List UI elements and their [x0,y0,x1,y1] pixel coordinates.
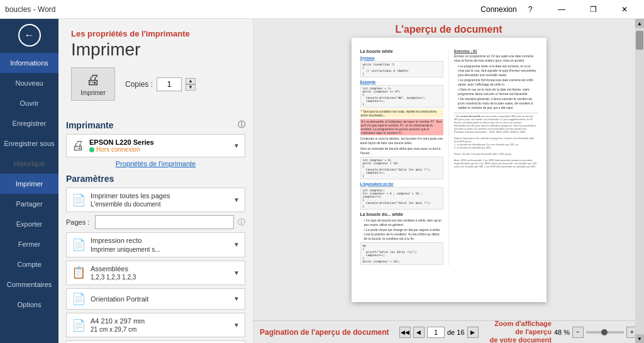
zoom-slider[interactable] [586,331,624,334]
window-controls: Connexion ? — ❐ ✕ [484,0,639,19]
sidebar-label-informations: Informations [10,59,48,67]
sidebar-item-enregistrer-sous[interactable]: Enregistrer sous [0,133,58,154]
sidebar-label-exporter: Exporter [16,220,43,228]
param-orientation-text: Orientation Portrait [91,295,228,303]
doc-columns: La boucle while Syntaxe while (condition… [360,49,538,266]
sidebar-label-compte: Compte [17,261,42,268]
sidebar-label-options: Options [18,301,42,308]
sidebar-item-commentaires[interactable]: Commentaires [0,274,58,295]
doc-left-col: La boucle while Syntaxe while (condition… [360,49,444,266]
panel-scroll-area: Imprimante ⓘ 🖨 EPSON L220 Series Hors co… [58,113,253,343]
page-prev-btn[interactable]: ◀ [413,327,425,338]
pages-label: Pages : [66,218,91,226]
document-preview-page: La boucle while Syntaxe while (condition… [352,38,547,302]
doc-ex-bullet-1: • Le programme teste si la date est corr… [454,64,538,77]
sidebar-item-ouvrir[interactable]: Ouvrir [0,93,58,113]
status-dot-icon [89,147,94,152]
param1-dropdown-arrow[interactable]: ▼ [233,196,240,203]
zoom-label: Zoom d'affichage de l'aperçude votre doc… [489,320,552,343]
print-btn-label: Imprimer [80,89,105,96]
copies-spinner: ▲ ▼ [186,78,196,91]
sidebar-item-partager[interactable]: Partager [0,194,58,214]
param-recto-text: Impression recto Imprimer uniquement s..… [91,236,228,253]
title-bar: boucles - Word Connexion ? — ❐ ✕ [0,0,644,19]
doc-exemple: Exemple [360,80,444,84]
param-pages-text: Imprimer toutes les pages L'ensemble du … [91,191,228,208]
pages-row: Pages : ⓘ [66,215,245,229]
doc-section-boucle: La boucle while [360,49,444,53]
print-title: Imprimer [71,40,240,60]
sidebar-item-nouveau[interactable]: Nouveau [0,73,58,93]
doc-text-1: Continuez si vous le désirez, les boucle… [360,137,444,145]
copies-down-btn[interactable]: ▼ [186,84,196,91]
sidebar: ← Informations Nouveau Ouvrir Enregistre… [0,19,58,343]
param-margins: 📄 Marges normales Gauche : 2,5 cm Droite… [66,340,245,343]
sidebar-label-partager: Partager [16,200,42,208]
param3-dropdown-arrow[interactable]: ▼ [233,269,240,276]
maximize-button[interactable]: ❐ [579,0,608,19]
imprimante-section-title: Imprimante ⓘ [66,120,245,130]
doc-ex-bullet-3: • Dans le cas où le mois de la date est … [454,87,538,96]
doc-bullet-2: • La seule chose qui change en fait par … [360,228,444,241]
close-button[interactable]: ✕ [610,0,639,19]
preview-content: La boucle while Syntaxe while (condition… [253,19,644,320]
page-first-btn[interactable]: ◀◀ [399,327,411,338]
pages-input[interactable] [95,215,234,229]
page-number-input[interactable] [427,327,445,338]
param-pages-range: 📄 Imprimer toutes les pages L'ensemble d… [66,188,245,212]
param-paper-text: A4 210 x 297 mm 21 cm x 29,7 cm [91,317,228,334]
sidebar-item-informations[interactable]: Informations [0,53,58,73]
doc-right-col: Exercice : 01 Écrivez un programme en C#… [448,49,538,266]
param4-dropdown-arrow[interactable]: ▼ [233,295,240,302]
sidebar-label-historique: Historique [14,160,45,167]
sidebar-item-imprimer[interactable]: Imprimer [0,174,58,194]
back-button[interactable]: ← [18,24,41,47]
zoom-minus-btn[interactable]: − [572,327,584,338]
param5-dropdown-arrow[interactable]: ▼ [233,322,240,329]
preview-scrollbar: ▲ ▼ [635,19,644,343]
recto-icon: 📄 [72,238,86,252]
app-container: ← Informations Nouveau Ouvrir Enregistre… [0,19,644,343]
doc-highlight-2: On va demander à l'utilisateur de taper … [360,119,444,135]
doc-ex-bullet-2: • Le programme finit lorsqu'une date cor… [454,78,538,87]
page-next-btn[interactable]: ▶ [467,327,479,338]
info-icon: ⓘ [238,120,245,130]
sidebar-item-enregistrer[interactable]: Enregistrer [0,113,58,133]
print-panel: Les propriétés de l'imprimante Imprimer … [58,19,253,343]
sidebar-item-compte[interactable]: Compte [0,254,58,274]
doc-code-3: int compteur = 0; while (compteur < 10) … [360,157,444,179]
sidebar-label-commentaires: Commentaires [7,281,52,288]
scroll-up-btn[interactable]: ▲ [635,19,644,28]
param2-dropdown-arrow[interactable]: ▼ [233,241,240,248]
copies-area: Copies : ▲ ▼ [125,77,196,91]
sidebar-item-fermer[interactable]: Fermer [0,234,58,254]
printer-props-link[interactable]: Propriétés de l'imprimante [66,160,245,167]
preview-bottom-bar: Pagination de l'aperçu de document ◀◀ ◀ … [253,320,644,343]
pagination-controls: ◀◀ ◀ de 16 ▶ [399,327,479,338]
connexion-button[interactable]: Connexion [484,0,513,19]
doc-exercise-desc: Écrivez un programme en C# qui saisit un… [454,54,538,63]
param-paper-size: 📄 A4 210 x 297 mm 21 cm x 29,7 cm ▼ [66,313,245,337]
minimize-button[interactable]: — [547,0,576,19]
sidebar-item-exporter[interactable]: Exporter [0,214,58,234]
param-orientation: 📄 Orientation Portrait ▼ [66,288,245,310]
back-icon: ← [25,30,35,41]
preview-area: L'aperçu de document La boucle while Syn… [253,19,644,343]
pagination-label: Pagination de l'aperçu de document [260,328,389,337]
pages-info-icon: ⓘ [238,217,245,228]
scroll-down-btn[interactable]: ▼ [635,334,644,343]
help-button[interactable]: ? [516,0,545,19]
sidebar-item-options[interactable]: Options [0,295,58,315]
param-recto: 📄 Impression recto Imprimer uniquement s… [66,232,245,257]
printer-box: 🖨 EPSON L220 Series Hors connexion ▼ [66,134,245,157]
doc-code-5: do { printf("Salut les Zéros !\n"); comp… [360,242,444,265]
copies-up-btn[interactable]: ▲ [186,78,196,84]
paper-icon: 📄 [72,318,86,332]
document-title: boucles - Word [5,5,55,14]
print-button[interactable]: 🖨 Imprimer [71,67,115,101]
copies-input[interactable] [157,77,182,91]
doc-for: L'équivalent en for [360,182,444,186]
doc-footnote: * Une année bissextile est une année com… [454,113,538,168]
printer-dropdown-arrow[interactable]: ▼ [233,142,240,149]
print-red-label: Les propriétés de l'imprimante [71,29,240,38]
